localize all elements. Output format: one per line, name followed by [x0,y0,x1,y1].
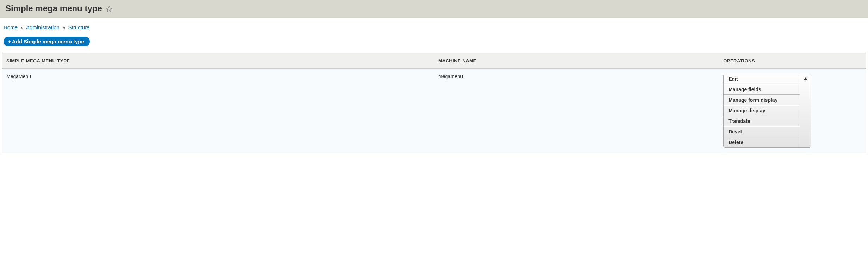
page-title: Simple mega menu type [5,4,102,13]
operations-dropbutton: Edit Manage fields Manage form display M… [723,74,811,148]
breadcrumb-home[interactable]: Home [4,24,18,30]
column-header-operations: Operations [719,53,866,69]
operation-manage-form-display[interactable]: Manage form display [724,95,800,105]
breadcrumb-separator: » [62,24,65,30]
column-header-type: Simple mega menu type [2,53,434,69]
breadcrumb-administration[interactable]: Administration [26,24,60,30]
chevron-up-icon [804,77,807,80]
action-links: +Add Simple mega menu type [0,37,868,53]
table-header-row: Simple mega menu type Machine Name Opera… [2,53,866,69]
plus-icon: + [8,38,11,44]
listing-table: Simple mega menu type Machine Name Opera… [2,53,866,153]
table-container: Simple mega menu type Machine Name Opera… [0,53,868,153]
svg-marker-0 [106,6,112,12]
operations-list: Edit Manage fields Manage form display M… [724,74,800,147]
table-row: MegaMenu megamenu Edit Manage fields Man… [2,69,866,153]
breadcrumb: Home » Administration » Structure [0,18,868,37]
operation-delete[interactable]: Delete [724,137,800,147]
cell-machine-name: megamenu [434,69,719,153]
page-title-wrap: Simple mega menu type [5,4,113,13]
breadcrumb-separator: » [20,24,23,30]
breadcrumb-structure[interactable]: Structure [68,24,90,30]
operation-edit[interactable]: Edit [724,74,800,84]
cell-type-label: MegaMenu [2,69,434,153]
operation-devel[interactable]: Devel [724,127,800,137]
column-header-machine: Machine Name [434,53,719,69]
operation-manage-fields[interactable]: Manage fields [724,85,800,94]
add-button-label: Add Simple mega menu type [12,38,84,44]
operation-manage-display[interactable]: Manage display [724,106,800,116]
cell-operations: Edit Manage fields Manage form display M… [719,69,866,153]
add-simple-mega-menu-type-button[interactable]: +Add Simple mega menu type [4,37,90,46]
dropbutton-toggle[interactable] [800,74,811,147]
page-header: Simple mega menu type [0,0,868,18]
star-icon[interactable] [106,5,113,12]
operation-translate[interactable]: Translate [724,116,800,126]
